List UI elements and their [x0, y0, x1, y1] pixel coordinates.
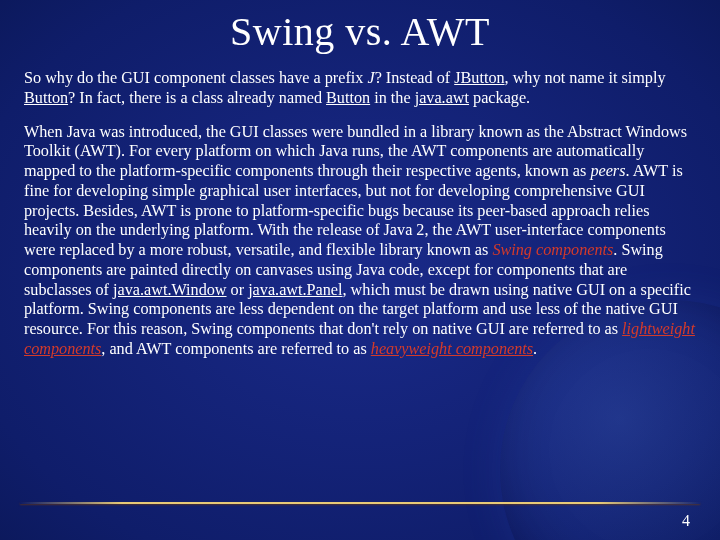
- divider-line: [20, 502, 700, 504]
- text: , and AWT components are referred to as: [101, 340, 370, 358]
- page-number: 4: [682, 512, 690, 530]
- underline-button-2: Button: [326, 89, 370, 107]
- text: package.: [469, 89, 530, 107]
- underline-java-awt-panel: java.awt.Panel: [248, 281, 342, 299]
- italic-j: J: [367, 69, 374, 87]
- red-swing-components: Swing components: [492, 241, 613, 259]
- red-heavyweight-components: heavyweight components: [371, 340, 533, 358]
- underline-button: Button: [24, 89, 68, 107]
- paragraph-main: When Java was introduced, the GUI classe…: [24, 123, 696, 360]
- slide-title: Swing vs. AWT: [24, 8, 696, 55]
- text: , why not name it simply: [505, 69, 666, 87]
- underline-java-awt-window: java.awt.Window: [113, 281, 227, 299]
- paragraph-intro: So why do the GUI component classes have…: [24, 69, 696, 109]
- underline-jbutton: JButton: [454, 69, 504, 87]
- text: So why do the GUI component classes have…: [24, 69, 367, 87]
- text: ? Instead of: [375, 69, 455, 87]
- text: in the: [370, 89, 415, 107]
- italic-peers: peers: [590, 162, 625, 180]
- underline-java-awt: java.awt: [415, 89, 469, 107]
- text: ? In fact, there is a class already name…: [68, 89, 326, 107]
- text: When Java was introduced, the GUI classe…: [24, 123, 687, 181]
- slide-container: Swing vs. AWT So why do the GUI componen…: [0, 0, 720, 540]
- text: or: [227, 281, 249, 299]
- text: .: [533, 340, 537, 358]
